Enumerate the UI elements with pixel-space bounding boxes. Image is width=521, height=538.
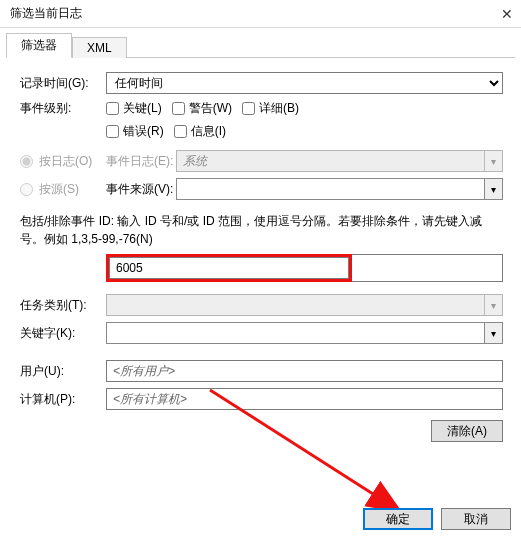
combo-event-source[interactable]: ▾ <box>176 178 503 200</box>
checkbox-verbose[interactable]: 详细(B) <box>242 100 299 117</box>
form-area: 记录时间(G): 任何时间 事件级别: 关键(L) 警告(W) 详细(B) 错误… <box>6 58 515 452</box>
ok-button[interactable]: 确定 <box>363 508 433 530</box>
combo-keyword[interactable]: ▾ <box>106 322 503 344</box>
tab-xml[interactable]: XML <box>72 37 127 58</box>
input-user[interactable] <box>106 360 503 382</box>
radio-by-log[interactable]: 按日志(O) <box>20 153 106 170</box>
chevron-down-icon[interactable]: ▾ <box>484 179 502 199</box>
checkbox-information[interactable]: 信息(I) <box>174 123 226 140</box>
input-event-id[interactable] <box>109 257 349 279</box>
label-task-category: 任务类别(T): <box>20 297 106 314</box>
tab-filter[interactable]: 筛选器 <box>6 33 72 58</box>
select-logged-time[interactable]: 任何时间 <box>106 72 503 94</box>
dialog-footer: 确定 取消 <box>363 500 511 530</box>
label-event-level: 事件级别: <box>20 100 106 117</box>
combo-task-category: ▾ <box>106 294 503 316</box>
tabs-container: 筛选器 XML 记录时间(G): 任何时间 事件级别: 关键(L) 警告(W) … <box>0 28 521 452</box>
checkbox-warning[interactable]: 警告(W) <box>172 100 232 117</box>
label-computer: 计算机(P): <box>20 391 106 408</box>
chevron-down-icon[interactable]: ▾ <box>484 323 502 343</box>
cancel-button[interactable]: 取消 <box>441 508 511 530</box>
label-keyword: 关键字(K): <box>20 325 106 342</box>
checkbox-critical[interactable]: 关键(L) <box>106 100 162 117</box>
title-bar: 筛选当前日志 ✕ <box>0 0 521 28</box>
chevron-down-icon: ▾ <box>484 295 502 315</box>
combo-event-log: 系统 ▾ <box>176 150 503 172</box>
radio-by-source[interactable]: 按源(S) <box>20 181 106 198</box>
label-user: 用户(U): <box>20 363 106 380</box>
checkbox-error[interactable]: 错误(R) <box>106 123 164 140</box>
clear-button[interactable]: 清除(A) <box>431 420 503 442</box>
label-event-source: 事件来源(V): <box>106 181 176 198</box>
input-computer[interactable] <box>106 388 503 410</box>
input-event-id-extend[interactable] <box>352 254 503 282</box>
close-icon[interactable]: ✕ <box>483 6 513 22</box>
label-event-log: 事件日志(E): <box>106 153 176 170</box>
chevron-down-icon: ▾ <box>484 151 502 171</box>
window-title: 筛选当前日志 <box>10 5 82 22</box>
help-text: 包括/排除事件 ID: 输入 ID 号和/或 ID 范围，使用逗号分隔。若要排除… <box>20 212 503 248</box>
highlight-box <box>106 254 352 282</box>
label-logged-time: 记录时间(G): <box>20 75 106 92</box>
